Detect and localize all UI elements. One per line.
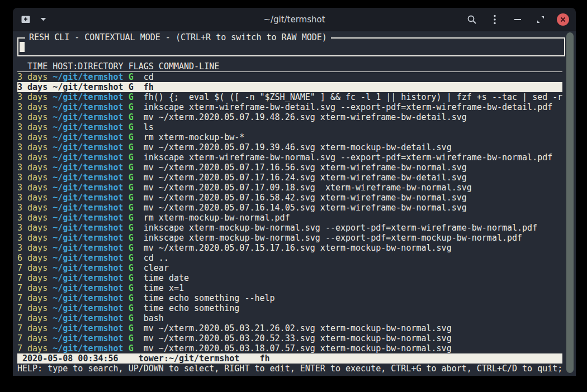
menu-button[interactable] (488, 12, 501, 27)
row-directory: ~/git/termshot (53, 333, 123, 343)
row-flags: G (129, 263, 134, 273)
row-time: 7 days (17, 323, 48, 333)
row-time: 3 days (17, 162, 48, 173)
table-header: TIME HOST:DIRECTORY FLAGS COMMAND-LINE (17, 61, 562, 72)
history-row[interactable]: 3 days ~/git/termshot G mv ~/xterm.2020.… (17, 243, 562, 253)
kebab-menu-icon (494, 15, 496, 25)
row-flags: G (129, 92, 134, 102)
row-command: mv ~/xterm.2020.05.07.17.16.24.svg xterm… (144, 173, 467, 183)
row-directory: ~/git/termshot (53, 313, 123, 323)
text-cursor (20, 42, 25, 52)
history-row[interactable]: 7 days ~/git/termshot G time echo someth… (17, 293, 562, 303)
row-time: 3 days (17, 173, 48, 183)
row-flags: G (129, 313, 134, 323)
search-input[interactable]: RESH CLI - CONTEXTUAL MODE - (CTRL+R to … (17, 37, 565, 56)
row-flags: G (129, 333, 134, 343)
history-row[interactable]: 3 days ~/git/termshot G fh (17, 82, 562, 92)
history-row[interactable]: 3 days ~/git/termshot G fh() {; eval $( … (17, 92, 562, 102)
row-flags: G (129, 203, 134, 213)
row-directory: ~/git/termshot (53, 233, 123, 243)
restore-button[interactable] (534, 12, 547, 27)
titlebar[interactable]: ~/git/termshot (13, 8, 576, 31)
row-command: inkscape xterm-wireframe-bw-detail.svg -… (144, 102, 553, 112)
minimize-icon (514, 18, 521, 21)
row-time: 6 days (17, 253, 48, 263)
history-row[interactable]: 3 days ~/git/termshot G mv ~/xterm.2020.… (17, 112, 562, 122)
row-directory: ~/git/termshot (53, 162, 123, 173)
row-flags: G (129, 72, 134, 82)
row-flags: G (129, 183, 134, 193)
scrollbar-thumb[interactable] (566, 32, 574, 373)
history-row[interactable]: 3 days ~/git/termshot G rm xterm-mockup-… (17, 213, 562, 223)
history-row[interactable]: 7 days ~/git/termshot G mv ~/xterm.2020.… (17, 343, 562, 353)
row-flags: G (129, 283, 134, 293)
new-tab-button[interactable] (20, 12, 33, 27)
history-row[interactable]: 3 days ~/git/termshot G inkscape xterm-w… (17, 152, 562, 162)
history-row[interactable]: 3 days ~/git/termshot G mv ~/xterm.2020.… (17, 162, 562, 173)
row-time: 3 days (17, 142, 48, 152)
row-time: 7 days (17, 293, 48, 303)
history-row[interactable]: 7 days ~/git/termshot G mv ~/xterm.2020.… (17, 333, 562, 343)
row-time: 3 days (17, 72, 48, 82)
row-command: mv ~/xterm.2020.05.03.21.26.02.svg xterm… (144, 323, 452, 333)
row-command: mv ~/xterm.2020.05.07.19.48.26.svg xterm… (144, 112, 467, 122)
row-directory: ~/git/termshot (53, 82, 123, 92)
row-flags: G (129, 112, 134, 122)
history-row[interactable]: 7 days ~/git/termshot G mv ~/xterm.2020.… (17, 323, 562, 333)
search-button[interactable] (465, 12, 479, 27)
history-row[interactable]: 7 days ~/git/termshot G time date (17, 273, 562, 283)
history-row[interactable]: 3 days ~/git/termshot G inkscape xterm-m… (17, 223, 562, 233)
history-row[interactable]: 3 days ~/git/termshot G inkscape xterm-w… (17, 102, 562, 112)
new-tab-dropdown-button[interactable] (36, 12, 50, 27)
row-directory: ~/git/termshot (53, 303, 123, 313)
row-time: 3 days (17, 243, 48, 253)
row-flags: G (129, 253, 134, 263)
row-time: 3 days (17, 92, 48, 102)
row-command: cd .. (144, 253, 169, 263)
row-command: rm xterm-mockup-bw-* (144, 132, 245, 142)
minimize-button[interactable] (511, 12, 524, 27)
history-list: 3 days ~/git/termshot G cd3 days ~/git/t… (17, 72, 562, 353)
row-time: 3 days (17, 203, 48, 213)
row-directory: ~/git/termshot (53, 193, 123, 203)
row-command: mv ~/xterm.2020.05.07.17.16.56.svg xterm… (144, 162, 467, 173)
row-directory: ~/git/termshot (53, 203, 123, 213)
row-command: inkscape xterm-mockup-bw-normal.svg --ex… (144, 223, 537, 233)
desktop-background: ~/git/termshot (0, 0, 587, 392)
row-time: 3 days (17, 122, 48, 132)
row-directory: ~/git/termshot (53, 273, 123, 283)
history-row[interactable]: 3 days ~/git/termshot G cd (17, 72, 562, 82)
row-command: bash (144, 313, 164, 323)
row-directory: ~/git/termshot (53, 253, 123, 263)
row-flags: G (129, 122, 134, 132)
row-time: 3 days (17, 193, 48, 203)
row-command: time echo something --help (144, 293, 275, 303)
close-button[interactable] (557, 13, 569, 26)
row-directory: ~/git/termshot (53, 132, 123, 142)
row-directory: ~/git/termshot (53, 223, 123, 233)
row-time: 7 days (17, 333, 48, 343)
history-row[interactable]: 7 days ~/git/termshot G clear (17, 263, 562, 273)
row-command: mv ~/xterm.2020.05.07.19.39.46.svg xterm… (144, 142, 452, 152)
history-row[interactable]: 7 days ~/git/termshot G time echo someth… (17, 303, 562, 313)
history-row[interactable]: 7 days ~/git/termshot G time x=1 (17, 283, 562, 293)
history-row[interactable]: 3 days ~/git/termshot G mv ~/xterm.2020.… (17, 173, 562, 183)
history-row[interactable]: 3 days ~/git/termshot G mv ~/xterm.2020.… (17, 183, 562, 193)
row-flags: G (129, 293, 134, 303)
history-row[interactable]: 3 days ~/git/termshot G mv ~/xterm.2020.… (17, 203, 562, 213)
history-row[interactable]: 3 days ~/git/termshot G ls (17, 122, 562, 132)
history-row[interactable]: 3 days ~/git/termshot G inkscape xterm-m… (17, 233, 562, 243)
row-flags: G (129, 233, 134, 243)
row-flags: G (129, 132, 134, 142)
history-row[interactable]: 7 days ~/git/termshot G bash (17, 313, 562, 323)
terminal-viewport[interactable]: RESH CLI - CONTEXTUAL MODE - (CTRL+R to … (13, 31, 576, 376)
row-directory: ~/git/termshot (53, 152, 123, 162)
row-time: 3 days (17, 102, 48, 112)
history-row[interactable]: 3 days ~/git/termshot G mv ~/xterm.2020.… (17, 142, 562, 152)
history-row[interactable]: 3 days ~/git/termshot G mv ~/xterm.2020.… (17, 193, 562, 203)
row-time: 3 days (17, 112, 48, 122)
history-row[interactable]: 6 days ~/git/termshot G cd .. (17, 253, 562, 263)
row-time: 7 days (17, 283, 48, 293)
row-command: ls (144, 122, 154, 132)
history-row[interactable]: 3 days ~/git/termshot G rm xterm-mockup-… (17, 132, 562, 142)
